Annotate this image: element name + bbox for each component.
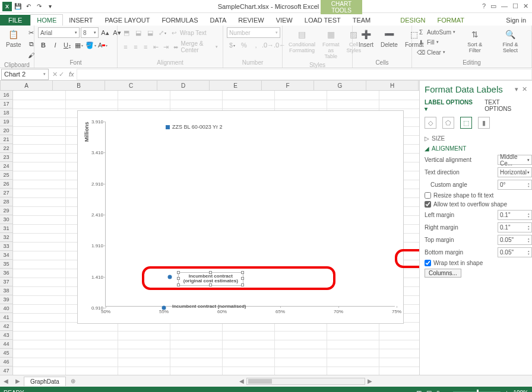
row-header[interactable]: 34 [0, 251, 12, 260]
data-point[interactable] [162, 306, 166, 310]
row-header[interactable]: 46 [0, 358, 12, 366]
italic-button[interactable]: I [50, 40, 61, 50]
row-header[interactable]: 35 [0, 260, 12, 269]
row-header[interactable]: 31 [0, 224, 12, 233]
ribbon-display-icon[interactable]: ▭ [490, 2, 496, 10]
row-header[interactable]: 37 [0, 278, 12, 286]
font-name-select[interactable]: Arial▾ [38, 27, 80, 38]
column-header[interactable]: C [105, 81, 157, 90]
fill-color-button[interactable]: 🪣 [86, 40, 96, 50]
delete-cells-button[interactable]: ➖Delete [378, 27, 400, 49]
row-header[interactable]: 36 [0, 269, 12, 278]
text-direction-select[interactable]: Horizontal▾ [498, 167, 532, 177]
qat-customize-icon[interactable]: ▾ [45, 2, 55, 11]
view-normal-icon[interactable]: ▦ [416, 390, 422, 393]
row-header[interactable]: 25 [0, 171, 12, 180]
zoom-level[interactable]: 100% [513, 390, 528, 393]
underline-button[interactable]: U [62, 40, 72, 50]
autosum-button[interactable]: ΣAutoSum▾ [416, 27, 457, 37]
row-header[interactable]: 20 [0, 126, 12, 135]
tab-data[interactable]: DATA [204, 15, 233, 26]
pane-close-icon[interactable]: ✕ [522, 85, 527, 93]
tab-design[interactable]: DESIGN [394, 15, 431, 26]
bold-button[interactable]: B [38, 40, 49, 50]
fx-icon[interactable]: fx [66, 71, 77, 78]
tab-formulas[interactable]: FORMULAS [156, 15, 204, 26]
row-header[interactable]: 17 [0, 100, 12, 109]
sheet-nav-next-icon[interactable]: ▶ [12, 378, 24, 384]
row-header[interactable]: 30 [0, 215, 12, 224]
column-header[interactable]: E [210, 81, 262, 90]
name-box[interactable]: Chart 2▾ [1, 69, 49, 80]
row-header[interactable]: 45 [0, 349, 12, 358]
row-header[interactable]: 28 [0, 197, 12, 206]
column-header[interactable]: D [157, 81, 210, 90]
worksheet-area[interactable]: ABCDEFGHIJ 16171819202122232425262728293… [0, 81, 419, 375]
row-header[interactable]: 38 [0, 286, 12, 295]
size-section-toggle[interactable]: ▷ SIZE [425, 135, 527, 142]
tab-page-layout[interactable]: PAGE LAYOUT [99, 15, 156, 26]
tab-view[interactable]: VIEW [270, 15, 299, 26]
label-options-tab[interactable]: LABEL OPTIONS ▾ [425, 99, 476, 112]
tab-insert[interactable]: INSERT [63, 15, 99, 26]
row-header[interactable]: 19 [0, 117, 12, 126]
overflow-checkbox[interactable] [425, 201, 431, 208]
grow-font-icon[interactable]: A▴ [100, 27, 110, 38]
wrap-text-checkbox[interactable] [425, 260, 431, 266]
row-header[interactable]: 27 [0, 189, 12, 197]
minimize-icon[interactable]: ― [501, 2, 508, 10]
row-header[interactable]: 47 [0, 366, 12, 375]
text-options-tab[interactable]: TEXT OPTIONS [484, 99, 527, 112]
font-color-button[interactable]: A [97, 40, 108, 50]
close-icon[interactable]: ✕ [523, 2, 528, 10]
column-header[interactable]: B [53, 81, 105, 90]
column-header[interactable]: H [366, 81, 419, 90]
tab-file[interactable]: FILE [0, 15, 30, 26]
pane-menu-icon[interactable]: ▾ [515, 85, 518, 93]
clear-button[interactable]: ⌫Clear▾ [416, 47, 457, 57]
column-header[interactable]: G [314, 81, 366, 90]
row-header[interactable]: 44 [0, 340, 12, 349]
column-header[interactable]: F [262, 81, 314, 90]
fill-line-icon[interactable]: ◇ [425, 117, 436, 129]
tab-team[interactable]: TEAM [347, 15, 377, 26]
zoom-in-icon[interactable]: + [505, 390, 509, 393]
column-header[interactable]: A [1, 81, 53, 90]
row-header[interactable]: 22 [0, 144, 12, 153]
undo-icon[interactable]: ↶ [24, 2, 33, 11]
top-margin-input[interactable]: 0.05"▴▾ [498, 235, 532, 245]
row-header[interactable]: 41 [0, 313, 12, 322]
row-header[interactable]: 18 [0, 109, 12, 117]
insert-cells-button[interactable]: ➕Insert [356, 27, 376, 49]
fill-button[interactable]: ⬇Fill▾ [416, 37, 457, 47]
paste-button[interactable]: 📋Paste [4, 27, 24, 49]
column-header[interactable]: I [419, 81, 419, 90]
row-header[interactable]: 23 [0, 153, 12, 162]
tab-load-test[interactable]: LOAD TEST [299, 15, 347, 26]
sort-filter-button[interactable]: ⇅Sort & Filter [459, 27, 490, 55]
font-size-select[interactable]: 8▾ [81, 27, 99, 38]
tab-home[interactable]: HOME [30, 14, 63, 26]
help-icon[interactable]: ? [482, 2, 486, 10]
chart-object[interactable]: Millions ZZS BL 60-0023 Yr 2 0.9101.4101… [77, 110, 404, 324]
row-header[interactable]: 16 [0, 91, 12, 100]
sign-in-link[interactable]: Sign in [500, 15, 532, 26]
new-sheet-icon[interactable]: ⊕ [66, 378, 80, 384]
size-properties-icon[interactable]: ⬚ [460, 117, 472, 129]
find-select-button[interactable]: 🔍Find & Select [493, 27, 528, 55]
row-header[interactable]: 24 [0, 162, 12, 171]
right-margin-input[interactable]: 0.1"▴▾ [498, 222, 532, 232]
row-header[interactable]: 33 [0, 242, 12, 251]
sheet-tab-graphdata[interactable]: GraphData [24, 377, 66, 386]
custom-angle-input[interactable]: 0°▴▾ [498, 180, 532, 190]
row-header[interactable]: 21 [0, 135, 12, 144]
vertical-alignment-select[interactable]: Middle Ce...▾ [498, 155, 532, 165]
maximize-icon[interactable]: ☐ [512, 2, 518, 10]
effects-icon[interactable]: ⬠ [442, 117, 454, 129]
tab-format[interactable]: FORMAT [431, 15, 470, 26]
data-label[interactable]: Incumbent contract (normalised) [172, 304, 246, 310]
resize-shape-checkbox[interactable] [425, 192, 431, 199]
row-header[interactable]: 42 [0, 322, 12, 331]
row-header[interactable]: 40 [0, 304, 12, 313]
row-header[interactable]: 26 [0, 180, 12, 189]
